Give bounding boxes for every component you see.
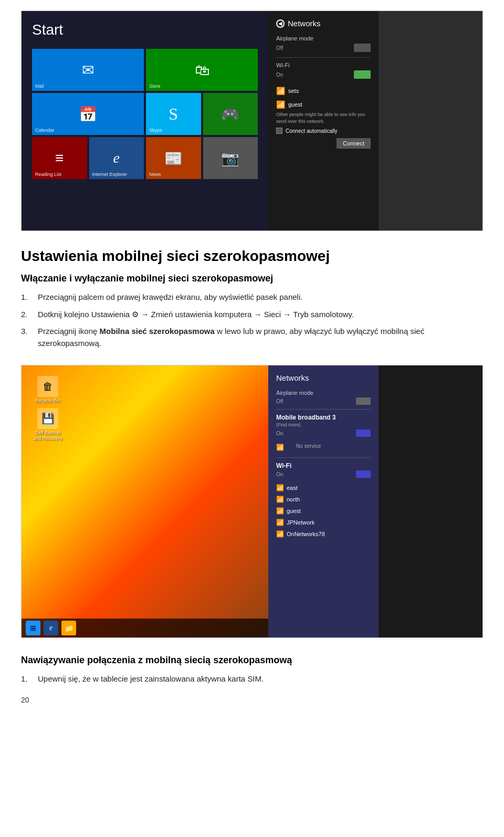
- top-screenshot: Start ✉ Mail 🛍 Store 📅 Calendar S Skype …: [21, 11, 483, 231]
- bottom-screenshot: 🗑 Recycle Bin 💾 Dell Backup and Recovery…: [21, 365, 483, 638]
- mail-icon: ✉: [82, 61, 94, 79]
- tile-store[interactable]: 🛍 Store: [146, 49, 258, 91]
- wifi-label: Wi-Fi: [276, 62, 371, 68]
- skype-icon: S: [169, 104, 178, 124]
- divider-1: [276, 57, 371, 58]
- tile-calendar-label: Calendar: [35, 128, 55, 133]
- divider-2a: [276, 409, 371, 410]
- airplane-mode-2-toggle[interactable]: [356, 397, 371, 405]
- backup-label: Dell Backup and Recovery: [32, 430, 64, 442]
- no-service-label: No service: [296, 443, 321, 449]
- wifi-network-jp[interactable]: 📶 JPNetwork: [276, 517, 371, 528]
- taskbar-folder-button[interactable]: 📁: [61, 621, 76, 635]
- wifi-name-on: OnNetworks78: [287, 531, 325, 537]
- wifi-network-north[interactable]: 📶 north: [276, 494, 371, 505]
- wifi-2-toggle[interactable]: [356, 470, 371, 478]
- step-3: 3. Przeciągnij ikonę Mobilna sieć szerok…: [21, 326, 483, 349]
- step-2: 2. Dotknij kolejno Ustawienia ⚙ → Zmień …: [21, 309, 483, 321]
- final-step-1-num: 1.: [21, 673, 32, 685]
- tiles-grid: ✉ Mail 🛍 Store 📅 Calendar S Skype 🎮 ≡: [32, 49, 258, 179]
- mobile-broadband-row: On: [276, 430, 371, 437]
- tile-reading[interactable]: ≡ Reading List: [32, 137, 87, 179]
- wifi-name-north: north: [287, 496, 300, 503]
- airplane-mode-label: Airplane mode: [276, 35, 371, 41]
- tile-xbox[interactable]: 🎮: [203, 93, 258, 135]
- desktop-icon-recycle[interactable]: 🗑 Recycle Bin: [32, 376, 64, 404]
- wifi-name-jp: JPNetwork: [287, 519, 314, 526]
- tile-skype[interactable]: S Skype: [146, 93, 201, 135]
- network-sets[interactable]: 📶 sets: [276, 84, 371, 98]
- recycle-bin-label: Recycle Bin: [35, 398, 60, 404]
- wifi-icon-guest: 📶: [276, 507, 284, 515]
- recycle-bin-icon: 🗑: [37, 376, 58, 397]
- tile-skype-label: Skype: [149, 128, 162, 133]
- step-1-num: 1.: [21, 291, 32, 304]
- networks-2-title: Networks: [276, 373, 371, 382]
- desktop-icon-backup[interactable]: 💾 Dell Backup and Recovery: [32, 408, 64, 442]
- final-heading: Nawiązywanie połączenia z mobilną siecią…: [21, 655, 483, 666]
- start-screen: Start ✉ Mail 🛍 Store 📅 Calendar S Skype …: [22, 11, 268, 231]
- network-guest[interactable]: 📶 guest: [276, 98, 371, 111]
- mobile-broadband-toggle[interactable]: [356, 430, 371, 437]
- bottom-right-space: [379, 365, 482, 637]
- start-title: Start: [32, 22, 258, 38]
- tile-news[interactable]: 📰 News: [146, 137, 201, 179]
- network-guest-name: guest: [288, 101, 302, 108]
- connect-button[interactable]: Connect: [337, 138, 371, 149]
- wifi-2-row: On: [276, 470, 371, 478]
- photo-icon: 📷: [221, 150, 239, 167]
- top-right-space: [379, 11, 482, 231]
- taskbar-windows-button[interactable]: ⊞: [26, 621, 40, 635]
- tile-calendar[interactable]: 📅 Calendar: [32, 93, 144, 135]
- networks-panel-2: Networks Airplane mode Off Mobile broadb…: [268, 365, 379, 637]
- back-arrow-icon[interactable]: ◀: [276, 19, 285, 28]
- step-2-text: Dotknij kolejno Ustawienia ⚙ → Zmień ust…: [38, 309, 354, 321]
- wifi-icon-east: 📶: [276, 484, 284, 491]
- final-step-1: 1. Upewnij się, że w tablecie jest zains…: [21, 673, 483, 685]
- airplane-mode-row: Off: [276, 44, 371, 52]
- wifi-icon-on: 📶: [276, 530, 284, 538]
- step-3-text: Przeciągnij ikonę Mobilna sieć szerokopa…: [38, 326, 483, 349]
- news-icon: 📰: [164, 150, 183, 167]
- step-1: 1. Przeciągnij palcem od prawej krawędzi…: [21, 291, 483, 304]
- step-1-text: Przeciągnij palcem od prawej krawędzi ek…: [38, 291, 302, 304]
- tile-news-label: News: [149, 172, 161, 177]
- content-section: Ustawienia mobilnej sieci szerokopasmowe…: [21, 248, 483, 365]
- tile-photo[interactable]: 📷: [203, 137, 258, 179]
- tile-mail[interactable]: ✉ Mail: [32, 49, 144, 91]
- connect-auto-label: Connect automatically: [286, 128, 337, 134]
- airplane-mode-2-row: Off: [276, 397, 371, 405]
- wifi-network-east[interactable]: 📶 east: [276, 482, 371, 494]
- steps-list: 1. Przeciągnij palcem od prawej krawędzi…: [21, 291, 483, 349]
- final-step-1-text: Upewnij się, że w tablecie jest zainstal…: [38, 673, 264, 685]
- airplane-mode-toggle[interactable]: [354, 44, 371, 52]
- final-section: Nawiązywanie połączenia z mobilną siecią…: [21, 655, 483, 704]
- airplane-mode-status: Off: [276, 45, 283, 51]
- connect-auto-row[interactable]: Connect automatically: [276, 128, 371, 134]
- networks-title: ◀ Networks: [276, 19, 371, 28]
- xbox-icon: 🎮: [221, 106, 239, 123]
- wifi-row: On: [276, 70, 371, 79]
- tile-store-label: Store: [149, 83, 161, 89]
- mobile-broadband-sub: (Find more): [276, 422, 371, 427]
- main-heading: Ustawienia mobilnej sieci szerokopasmowe…: [21, 248, 483, 265]
- wifi-icon-north: 📶: [276, 496, 284, 503]
- no-service-item: 📶 No service: [276, 441, 371, 453]
- desktop-screen: 🗑 Recycle Bin 💾 Dell Backup and Recovery…: [22, 365, 268, 637]
- wifi-network-guest[interactable]: 📶 guest: [276, 505, 371, 517]
- wifi-status: On: [276, 72, 283, 78]
- wifi-bars-icon-sets: 📶: [276, 87, 285, 95]
- mobile-broadband-label: Mobile broadband 3: [276, 414, 371, 421]
- airplane-mode-2-status: Off: [276, 399, 283, 404]
- tile-ie[interactable]: e Internet Explorer: [89, 137, 144, 179]
- mobile-broadband-status: On: [276, 431, 283, 436]
- networks-panel: ◀ Networks Airplane mode Off Wi-Fi On 📶 …: [268, 11, 379, 231]
- wifi-toggle[interactable]: [354, 70, 371, 79]
- wifi-name-east: east: [287, 485, 298, 491]
- calendar-icon: 📅: [79, 106, 97, 123]
- connect-auto-checkbox[interactable]: [276, 128, 282, 134]
- sub-heading: Włączanie i wyłączanie mobilnej sieci sz…: [21, 273, 483, 284]
- wifi-network-on[interactable]: 📶 OnNetworks78: [276, 528, 371, 540]
- backup-icon: 💾: [37, 408, 58, 429]
- taskbar-ie-button[interactable]: e: [44, 621, 58, 635]
